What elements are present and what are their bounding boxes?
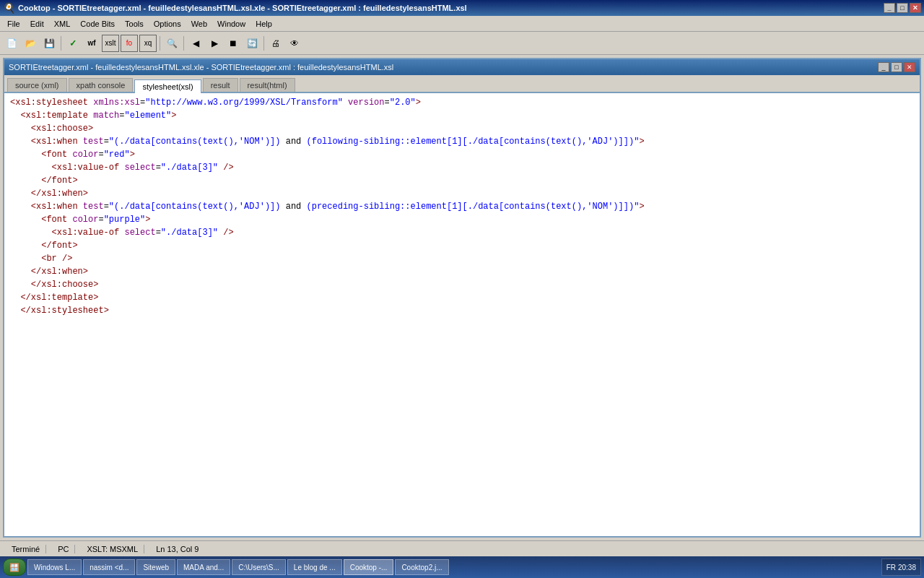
find-button[interactable]: 🔍 [163, 35, 180, 52]
print-button[interactable]: 🖨 [267, 35, 284, 52]
taskbar-item-6[interactable]: Cooktop -... [344, 559, 394, 575]
code-line-7: </font> [10, 174, 914, 187]
document-title: SORTIEtreetagger.xml - feuilledestylesan… [9, 63, 393, 72]
doc-minimize-button[interactable]: _ [878, 62, 889, 72]
code-line-17: </xsl:stylesheet> [10, 304, 914, 317]
menu-edit[interactable]: Edit [26, 18, 48, 30]
sys-tray: FR 20:38 [881, 558, 921, 576]
minimize-button[interactable]: _ [884, 3, 895, 13]
wellformed-button[interactable]: wf [83, 35, 100, 52]
menu-bar: File Edit XML Code Bits Tools Options We… [0, 16, 924, 32]
tab-result[interactable]: result [203, 78, 238, 92]
close-button[interactable]: ✕ [910, 3, 921, 13]
code-line-16: </xsl:template> [10, 291, 914, 304]
xquery-button[interactable]: xq [139, 35, 157, 52]
code-line-6: <xsl:value-of select="./data[3]" /> [10, 161, 914, 174]
menu-window[interactable]: Window [213, 18, 250, 30]
taskbar-item-7[interactable]: Cooktop2.j... [395, 559, 448, 575]
code-line-12: </font> [10, 239, 914, 252]
code-line-4: <xsl:when test="(./data[contains(text(),… [10, 135, 914, 148]
app-title: Cooktop - SORTIEtreetagger.xml - feuille… [18, 4, 467, 12]
code-line-15: </xsl:choose> [10, 278, 914, 291]
maximize-button[interactable]: □ [897, 3, 908, 13]
taskbar-item-5[interactable]: Le blog de ... [287, 559, 342, 575]
main-window: SORTIEtreetagger.xml - feuilledestylesan… [3, 58, 921, 538]
xslfo-button[interactable]: fo [121, 35, 138, 52]
doc-maximize-button[interactable]: □ [891, 62, 902, 72]
code-line-1: <xsl:stylesheet xmlns:xsl="http://www.w3… [10, 96, 914, 109]
new-button[interactable]: 📄 [3, 35, 20, 52]
status-pc: PC [52, 545, 75, 553]
code-line-2: <xsl:template match="element"> [10, 109, 914, 122]
menu-web[interactable]: Web [187, 18, 212, 30]
forward-button[interactable]: ▶ [206, 35, 223, 52]
document-title-bar: SORTIEtreetagger.xml - feuilledestylesan… [4, 59, 920, 75]
title-bar-controls: _ □ ✕ [884, 3, 921, 13]
preview-button[interactable]: 👁 [286, 35, 303, 52]
stop-button[interactable]: ⏹ [225, 35, 242, 52]
taskbar-right: FR 20:38 [881, 558, 921, 576]
taskbar-item-1[interactable]: nassim <d... [83, 559, 135, 575]
code-line-8: </xsl:when> [10, 187, 914, 200]
clock: 20:38 [898, 564, 916, 571]
lang-indicator: FR [886, 564, 896, 571]
title-bar: 🍳 Cooktop - SORTIEtreetagger.xml - feuil… [0, 0, 924, 16]
toolbar-separator-2 [160, 36, 160, 51]
xslt-button[interactable]: xslt [102, 35, 119, 52]
toolbar: 📄 📂 💾 ✓ wf xslt fo xq 🔍 ◀ ▶ ⏹ 🔄 🖨 👁 [0, 32, 924, 55]
start-button[interactable]: 🪟 [3, 558, 26, 576]
code-line-10: <font color="purple"> [10, 213, 914, 226]
status-text: Terminé [6, 545, 46, 553]
menu-xml[interactable]: XML [50, 18, 75, 30]
tab-stylesheet[interactable]: stylesheet(xsl) [134, 79, 201, 93]
tab-result-html[interactable]: result(html) [240, 78, 295, 92]
refresh-button[interactable]: 🔄 [243, 35, 261, 52]
toolbar-separator-4 [263, 36, 264, 51]
menu-options[interactable]: Options [149, 18, 186, 30]
tab-xpath[interactable]: xpath console [69, 78, 134, 92]
menu-help[interactable]: Help [251, 18, 276, 30]
code-line-14: </xsl:when> [10, 265, 914, 278]
toolbar-separator-1 [61, 36, 61, 51]
document-tabs: source (xml) xpath console stylesheet(xs… [4, 75, 920, 93]
code-line-3: <xsl:choose> [10, 122, 914, 135]
document-controls: _ □ ✕ [878, 62, 915, 72]
code-line-9: <xsl:when test="(./data[contains(text(),… [10, 200, 914, 213]
toolbar-separator-3 [183, 36, 184, 51]
title-bar-title-area: 🍳 Cooktop - SORTIEtreetagger.xml - feuil… [3, 2, 467, 14]
status-position: Ln 13, Col 9 [150, 545, 204, 553]
start-orb: 🪟 [9, 563, 19, 572]
code-line-11: <xsl:value-of select="./data[3]" /> [10, 226, 914, 239]
doc-close-button[interactable]: ✕ [904, 62, 915, 72]
save-button[interactable]: 💾 [40, 35, 58, 52]
taskbar: 🪟 Windows L... nassim <d... Siteweb MADA… [0, 556, 924, 578]
code-line-5: <font color="red"> [10, 148, 914, 161]
menu-tools[interactable]: Tools [121, 18, 148, 30]
tab-source[interactable]: source (xml) [7, 78, 67, 92]
menu-codebits[interactable]: Code Bits [76, 18, 119, 30]
status-xslt: XSLT: MSXML [81, 545, 144, 553]
code-editor[interactable]: <xsl:stylesheet xmlns:xsl="http://www.w3… [4, 93, 920, 532]
validate-button[interactable]: ✓ [64, 35, 82, 52]
menu-file[interactable]: File [3, 18, 25, 30]
status-bar: Terminé PC XSLT: MSXML Ln 13, Col 9 [0, 540, 924, 556]
open-button[interactable]: 📂 [22, 35, 39, 52]
taskbar-item-4[interactable]: C:\Users\S... [232, 559, 286, 575]
code-line-13: <br /> [10, 252, 914, 265]
taskbar-item-2[interactable]: Siteweb [136, 559, 175, 575]
taskbar-item-0[interactable]: Windows L... [27, 559, 82, 575]
taskbar-item-3[interactable]: MADA and... [177, 559, 230, 575]
back-button[interactable]: ◀ [187, 35, 204, 52]
